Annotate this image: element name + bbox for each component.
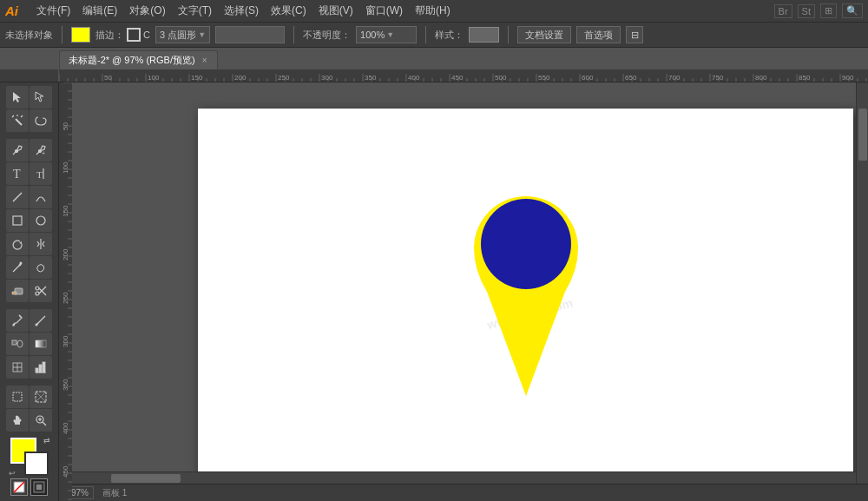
title-right-icons: Br St ⊞ 🔍: [774, 3, 863, 18]
artboard-tool[interactable]: [6, 386, 29, 408]
svg-text:50: 50: [62, 122, 69, 130]
reflect-tool[interactable]: [30, 233, 52, 255]
menu-select[interactable]: 选择(S): [219, 2, 264, 20]
style-swatch[interactable]: [469, 27, 499, 43]
svg-text:500: 500: [495, 74, 507, 82]
menu-effects[interactable]: 效果(C): [266, 2, 312, 20]
screen-mode-btn[interactable]: [30, 478, 48, 496]
zoom-tool[interactable]: [30, 409, 52, 432]
stock-icon[interactable]: St: [798, 4, 815, 18]
bridge-icon[interactable]: Br: [774, 4, 792, 18]
stroke-style-select[interactable]: 3 点圆形 ▼: [155, 26, 210, 43]
menu-help[interactable]: 帮助(H): [410, 2, 456, 20]
menu-window[interactable]: 窗口(W): [360, 2, 408, 20]
color-section: ↩ ⇄: [5, 432, 54, 501]
swap-colors-icon[interactable]: ⇄: [43, 436, 50, 445]
divider1: [62, 26, 62, 43]
menu-file[interactable]: 文件(F): [31, 2, 76, 20]
tab-label: 未标题-2* @ 97% (RGB/预览): [69, 54, 195, 67]
svg-text:450: 450: [451, 74, 464, 82]
color-mode-row: [10, 478, 48, 496]
default-colors-icon[interactable]: ↩: [9, 469, 16, 478]
artboard[interactable]: 昵图网 www.nipic.com: [198, 109, 853, 491]
tab-bar: 未标题-2* @ 97% (RGB/预览) ×: [0, 48, 868, 69]
blend-tool[interactable]: [6, 333, 29, 355]
menu-view[interactable]: 视图(V): [313, 2, 358, 20]
opacity-input[interactable]: 100% ▼: [356, 26, 417, 43]
stroke-swatch[interactable]: [127, 28, 141, 42]
svg-text:150: 150: [191, 74, 203, 82]
menu-object[interactable]: 对象(O): [124, 2, 170, 20]
svg-text:350: 350: [62, 379, 69, 391]
tool-row-3: +: [6, 139, 52, 162]
svg-text:100: 100: [148, 74, 160, 82]
svg-text:200: 200: [62, 248, 69, 260]
line-tool[interactable]: [6, 186, 29, 208]
svg-line-151: [43, 422, 46, 425]
arrange-icon[interactable]: ⊟: [626, 26, 643, 43]
vertical-type-tool[interactable]: T: [30, 162, 52, 185]
document-tab[interactable]: 未标题-2* @ 97% (RGB/预览) ×: [59, 50, 218, 69]
menu-text[interactable]: 文字(T): [173, 2, 217, 20]
svg-rect-128: [12, 292, 16, 294]
map-pin-graphic: [461, 188, 591, 396]
blob-brush-tool[interactable]: [30, 256, 52, 279]
ellipse-tool[interactable]: [30, 209, 52, 232]
stroke-color-box[interactable]: [215, 26, 285, 43]
fill-swatch[interactable]: [71, 27, 90, 43]
svg-point-126: [20, 262, 23, 265]
background-color[interactable]: [24, 452, 49, 476]
anchor-point-tool[interactable]: +: [30, 139, 52, 162]
tab-ruler-area: 未标题-2* @ 97% (RGB/预览) ×: [0, 48, 868, 69]
search-icon[interactable]: 🔍: [842, 3, 863, 18]
arc-tool[interactable]: [30, 186, 52, 208]
tool-row-5: [6, 186, 52, 208]
mesh-tool[interactable]: [6, 356, 29, 379]
stroke-label: 描边：: [95, 29, 124, 42]
svg-rect-148: [13, 392, 22, 401]
tool-row-2: [6, 109, 52, 132]
vertical-ruler: 50100150200250300350400450: [59, 82, 72, 501]
svg-text:T: T: [13, 168, 21, 181]
h-scrollbar-thumb[interactable]: [111, 474, 181, 483]
svg-text:600: 600: [582, 74, 594, 82]
eyedropper-tool[interactable]: [6, 309, 29, 332]
svg-text:850: 850: [799, 74, 811, 82]
pen-tool[interactable]: [6, 139, 29, 162]
svg-text:750: 750: [712, 74, 724, 82]
chart-tool[interactable]: [30, 356, 52, 379]
horizontal-scrollbar[interactable]: [59, 471, 856, 484]
tab-close-button[interactable]: ×: [201, 55, 209, 66]
measure-tool[interactable]: [30, 309, 52, 332]
none-fill-btn[interactable]: [10, 478, 28, 496]
eraser-tool[interactable]: [6, 280, 29, 302]
select-tool[interactable]: [6, 86, 29, 109]
hand-tool[interactable]: [6, 409, 29, 432]
lasso-tool[interactable]: [30, 109, 52, 132]
rect-tool[interactable]: [6, 209, 29, 232]
scissors-tool[interactable]: [30, 280, 52, 302]
stroke-section: 描边： C: [95, 28, 150, 42]
svg-rect-137: [12, 340, 16, 345]
tool-row-11: [6, 333, 52, 355]
direct-select-tool[interactable]: [30, 86, 52, 109]
menu-edit[interactable]: 编辑(E): [77, 2, 122, 20]
doc-settings-button[interactable]: 文档设置: [517, 26, 571, 43]
svg-point-129: [36, 287, 39, 290]
v-scrollbar-thumb[interactable]: [858, 109, 867, 161]
svg-text:450: 450: [62, 465, 69, 478]
paintbrush-tool[interactable]: [6, 256, 29, 279]
type-tool[interactable]: T: [6, 162, 29, 185]
canvas-area[interactable]: 50100150200250300350400450 昵图网 www.nipic…: [59, 82, 868, 501]
svg-text:250: 250: [278, 74, 290, 82]
vertical-scrollbar[interactable]: [856, 82, 868, 484]
rotate-tool[interactable]: [6, 233, 29, 255]
svg-line-122: [13, 193, 22, 201]
magic-wand-tool[interactable]: [6, 109, 29, 132]
prefs-button[interactable]: 首选项: [576, 26, 621, 43]
slice-tool[interactable]: [30, 386, 52, 408]
svg-rect-158: [59, 82, 72, 501]
workspace-icon[interactable]: ⊞: [820, 3, 837, 18]
gradient-tool[interactable]: [30, 333, 52, 355]
svg-text:700: 700: [668, 74, 681, 82]
